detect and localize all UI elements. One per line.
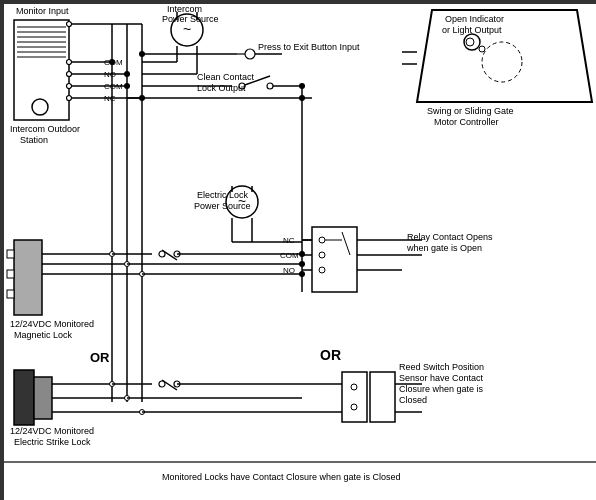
svg-point-117: [479, 46, 485, 52]
svg-rect-72: [7, 250, 14, 258]
relay-no-label: NO: [283, 266, 295, 275]
svg-point-124: [299, 83, 305, 89]
svg-text:Closure when gate is: Closure when gate is: [399, 384, 484, 394]
svg-point-68: [319, 237, 325, 243]
svg-point-69: [319, 252, 325, 258]
reed-switch-label: Reed Switch Position: [399, 362, 484, 372]
intercom-power-label: Intercom: [167, 4, 202, 14]
svg-point-40: [124, 83, 130, 89]
svg-point-38: [124, 71, 130, 77]
svg-text:Power Source: Power Source: [194, 201, 251, 211]
nc-label-1: NC: [104, 94, 116, 103]
svg-point-9: [32, 99, 48, 115]
or-label-1: OR: [90, 350, 110, 365]
svg-rect-92: [34, 377, 52, 419]
magnetic-lock-label: 12/24VDC Monitored: [10, 319, 94, 329]
svg-text:Power Source: Power Source: [162, 14, 219, 24]
svg-rect-73: [7, 270, 14, 278]
svg-text:Motor Controller: Motor Controller: [434, 117, 499, 127]
no-label-1: NO: [104, 70, 116, 79]
open-indicator-label: Open Indicator: [445, 14, 504, 24]
or-label-2: OR: [320, 347, 341, 363]
monitored-locks-label: Monitored Locks have Contact Closure whe…: [162, 472, 401, 482]
svg-rect-71: [14, 240, 42, 315]
svg-point-49: [267, 83, 273, 89]
svg-point-13: [67, 72, 72, 77]
strike-lock-label: 12/24VDC Monitored: [10, 426, 94, 436]
svg-text:Electric Strike Lock: Electric Strike Lock: [14, 437, 91, 447]
relay-nc-label: NC: [283, 236, 295, 245]
svg-rect-107: [370, 372, 395, 422]
relay-contact-label: Relay Contact Opens: [407, 232, 493, 242]
svg-point-15: [67, 84, 72, 89]
svg-point-70: [319, 267, 325, 273]
swing-gate-label: Swing or Sliding Gate: [427, 106, 514, 116]
clean-contact-label: Clean Contact: [197, 72, 255, 82]
svg-text:when gate is Open: when gate is Open: [406, 243, 482, 253]
svg-point-28: [245, 49, 255, 59]
svg-text:Magnetic Lock: Magnetic Lock: [14, 330, 73, 340]
svg-point-118: [482, 42, 522, 82]
svg-rect-106: [342, 372, 367, 422]
svg-point-116: [466, 38, 474, 46]
svg-text:Station: Station: [20, 135, 48, 145]
svg-point-112: [351, 384, 357, 390]
svg-point-83: [159, 251, 165, 257]
electric-lock-power-label: Electric Lock: [197, 190, 249, 200]
svg-point-17: [67, 96, 72, 101]
svg-point-19: [67, 22, 72, 27]
svg-point-11: [67, 60, 72, 65]
wiring-diagram: ~: [0, 0, 596, 500]
svg-text:Sensor have Contact: Sensor have Contact: [399, 373, 484, 383]
svg-rect-91: [14, 370, 34, 425]
svg-point-44: [139, 51, 145, 57]
svg-rect-74: [7, 290, 14, 298]
com-label-1: COM: [104, 58, 123, 67]
svg-text:or Light Output: or Light Output: [442, 25, 502, 35]
svg-point-113: [351, 404, 357, 410]
svg-text:Closed: Closed: [399, 395, 427, 405]
svg-rect-59: [312, 227, 357, 292]
svg-text:Lock Output: Lock Output: [197, 83, 246, 93]
relay-com-label: COM: [280, 251, 299, 260]
svg-point-101: [159, 381, 165, 387]
monitor-input-label: Monitor Input: [16, 6, 69, 16]
com-label-2: COM: [104, 82, 123, 91]
intercom-outdoor-label: Intercom Outdoor: [10, 124, 80, 134]
press-to-exit-label: Press to Exit Button Input: [258, 42, 360, 52]
